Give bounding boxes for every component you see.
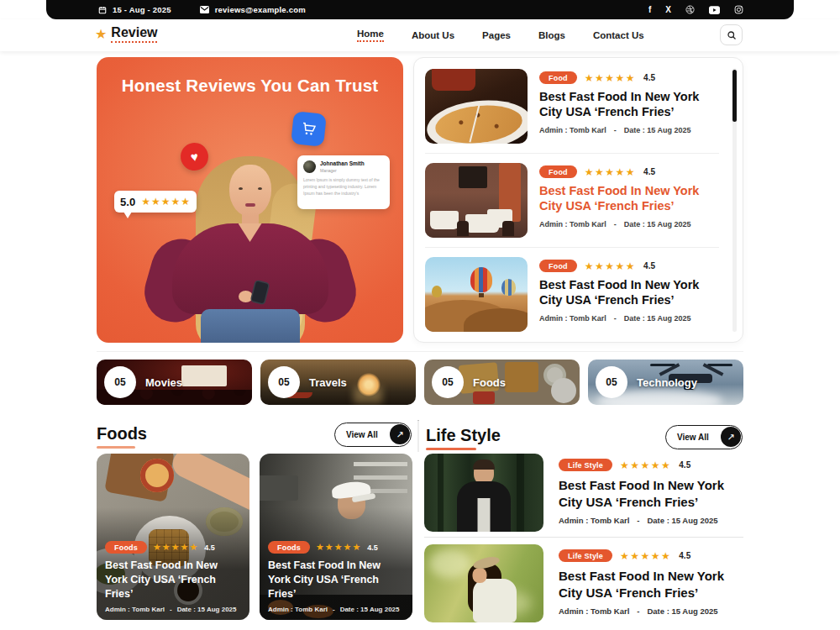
category-badge[interactable]: Food — [539, 260, 577, 272]
post-title[interactable]: Best Fast Food In New York City USA ‘Fre… — [268, 559, 404, 601]
main-menu: Home About Us Pages Blogs Contact Us — [357, 19, 644, 51]
testimonial-name: Johnathan Smith — [320, 160, 365, 167]
email-display[interactable]: reviews@example.com — [200, 5, 306, 14]
post-title[interactable]: Best Fast Food In New York City USA ‘Fre… — [105, 559, 241, 601]
search-button[interactable] — [720, 24, 743, 45]
category-badge[interactable]: Food — [539, 71, 577, 84]
category-badge[interactable]: Life Style — [559, 459, 612, 471]
star-rating: ★★★★★ — [585, 260, 636, 272]
post-admin: Admin : Tomb Karl — [268, 606, 328, 613]
post-meta: Admin : Tomb Karl - Date : 15 Aug 2025 — [539, 126, 722, 134]
post-title[interactable]: Best Fast Food In New York City USA ‘Fre… — [539, 277, 722, 308]
category-card-movies[interactable]: 05 Movies — [97, 360, 252, 405]
meta-separator: - — [637, 516, 639, 525]
category-badge[interactable]: Life Style — [559, 549, 612, 562]
post-meta: Admin : Tomb Karl - Date : 15 Aug 2025 — [105, 606, 241, 613]
post-meta: Admin : Tomb Karl - Date : 15 Aug 2025 — [559, 606, 745, 616]
post-admin: Admin : Tomb Karl — [539, 220, 606, 228]
lifestyle-list-item: Life Style ★★★★★ 4.5 Best Fast Food In N… — [424, 544, 743, 622]
instagram-icon[interactable] — [734, 5, 743, 14]
post-meta: Admin : Tomb Karl - Date : 15 Aug 2025 — [539, 220, 722, 228]
category-label: Movies — [145, 376, 182, 389]
category-badge[interactable]: Foods — [105, 541, 147, 554]
rating-value: 4.5 — [204, 543, 215, 552]
category-count: 05 — [268, 366, 300, 398]
calendar-icon — [98, 6, 107, 14]
review-list-item: Food ★★★★★ 4.5 Best Fast Food In New Yor… — [425, 69, 719, 144]
hero-banner: Honest Reviews You Can Trust ♥ Johnathan… — [97, 57, 403, 343]
nav-blogs[interactable]: Blogs — [538, 30, 565, 40]
divider — [425, 247, 719, 248]
star-rating: ★★★★★ — [620, 550, 671, 562]
post-date: Date : 15 Aug 2025 — [624, 126, 691, 134]
food-card-chef[interactable]: Foods ★★★★★ 4.5 Best Fast Food In New Yo… — [260, 454, 412, 620]
nav-home[interactable]: Home — [357, 29, 384, 42]
x-twitter-icon[interactable]: X — [665, 5, 671, 14]
topbar-date: 15 - Aug - 2025 — [113, 5, 171, 14]
view-all-lifestyle-button[interactable]: View All ↗ — [665, 425, 743, 449]
youtube-icon[interactable] — [709, 6, 720, 14]
rating-value: 4.5 — [643, 261, 655, 270]
view-all-foods-button[interactable]: View All ↗ — [334, 423, 412, 447]
category-count: 05 — [432, 366, 464, 398]
star-rating: ★★★★★ — [316, 542, 361, 553]
lifestyle-thumb-man-forest[interactable] — [424, 454, 543, 532]
lifestyle-thumb-woman-field[interactable] — [424, 544, 543, 622]
post-admin: Admin : Tomb Karl — [559, 606, 629, 616]
date-display: 15 - Aug - 2025 — [98, 5, 171, 14]
scrollbar-thumb[interactable] — [732, 70, 737, 122]
category-count: 05 — [104, 366, 136, 398]
category-card-foods[interactable]: 05 Foods — [424, 360, 580, 405]
category-badge[interactable]: Foods — [268, 541, 310, 554]
post-date: Date : 15 Aug 2025 — [340, 606, 400, 613]
food-card-brunch[interactable]: Foods ★★★★★ 4.5 Best Fast Food In New Yo… — [97, 454, 249, 620]
review-thumb-restaurant[interactable] — [425, 163, 528, 238]
post-date: Date : 15 Aug 2025 — [624, 314, 691, 323]
scrollbar-track[interactable] — [732, 68, 737, 332]
topbar-email: reviews@example.com — [215, 5, 306, 14]
meta-separator: - — [637, 606, 639, 616]
post-meta: Admin : Tomb Karl - Date : 15 Aug 2025 — [268, 606, 404, 613]
post-date: Date : 15 Aug 2025 — [624, 220, 691, 228]
review-list-item: Food ★★★★★ 4.5 Best Fast Food In New Yor… — [425, 163, 719, 238]
post-title-highlighted[interactable]: Best Fast Food In New York City USA ‘Fre… — [539, 183, 722, 214]
post-date: Date : 15 Aug 2025 — [647, 606, 717, 616]
review-thumb-pizza[interactable] — [425, 69, 528, 144]
star-icon: ★ — [95, 28, 107, 41]
testimonial-card: Johnathan Smith Manager Lorem Ipsum is s… — [297, 155, 390, 209]
topbar-info: 15 - Aug - 2025 reviews@example.com — [98, 5, 306, 14]
category-count: 05 — [596, 366, 627, 398]
dribbble-icon[interactable] — [685, 5, 695, 14]
brand-logo[interactable]: ★ Review — [95, 25, 157, 43]
view-all-label: View All — [346, 430, 378, 439]
lifestyle-list-item: Life Style ★★★★★ 4.5 Best Fast Food In N… — [424, 454, 743, 532]
page: 15 - Aug - 2025 reviews@example.com f X … — [0, 0, 840, 630]
post-date: Date : 15 Aug 2025 — [647, 516, 717, 525]
post-admin: Admin : Tomb Karl — [105, 606, 165, 613]
post-admin: Admin : Tomb Karl — [559, 516, 629, 525]
post-meta: Admin : Tomb Karl - Date : 15 Aug 2025 — [539, 314, 722, 323]
social-links: f X — [648, 5, 770, 14]
nav-pages[interactable]: Pages — [482, 30, 511, 40]
navbar: ★ Review Home About Us Pages Blogs Conta… — [0, 19, 840, 51]
section-title-foods: Foods — [97, 424, 147, 449]
review-list-item: Food ★★★★★ 4.5 Best Fast Food In New Yor… — [425, 257, 719, 332]
cart-icon — [291, 111, 327, 147]
category-badge[interactable]: Food — [539, 165, 577, 178]
star-rating: ★★★★★ — [620, 459, 671, 471]
nav-contact-us[interactable]: Contact Us — [593, 30, 644, 40]
mail-icon — [200, 6, 209, 13]
post-title[interactable]: Best Fast Food In New York City USA ‘Fre… — [559, 568, 745, 601]
review-thumb-balloons[interactable] — [425, 257, 528, 332]
search-icon — [727, 30, 737, 40]
arrow-up-right-icon: ↗ — [721, 427, 741, 447]
post-title[interactable]: Best Fast Food In New York City USA ‘Fre… — [559, 477, 745, 510]
post-title[interactable]: Best Fast Food In New York City USA ‘Fre… — [539, 89, 722, 120]
meta-separator: - — [170, 606, 172, 613]
nav-about-us[interactable]: About Us — [412, 30, 454, 40]
category-card-technology[interactable]: 05 Technology — [588, 360, 743, 405]
post-meta: Admin : Tomb Karl - Date : 15 Aug 2025 — [559, 516, 745, 525]
facebook-icon[interactable]: f — [648, 5, 651, 14]
category-card-travels[interactable]: 05 Travels — [260, 360, 416, 405]
reviews-panel: Food ★★★★★ 4.5 Best Fast Food In New Yor… — [413, 57, 743, 343]
